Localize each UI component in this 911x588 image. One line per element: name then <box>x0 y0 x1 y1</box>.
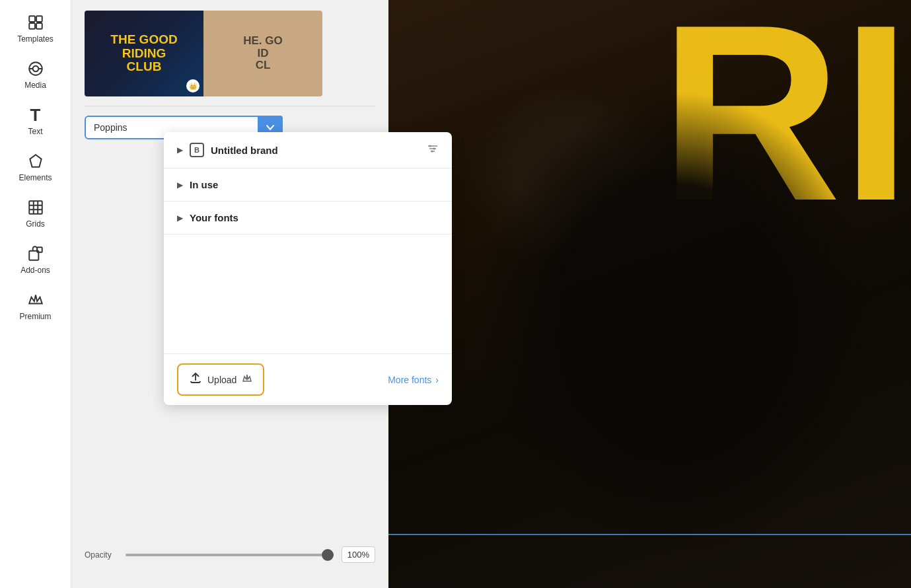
addons-label: Add-ons <box>20 266 50 275</box>
opacity-thumb[interactable] <box>322 549 334 561</box>
thumbnail-1-image: THE GOODRIDINGCLUB 👑 <box>85 11 203 96</box>
brand-section-title: Untitled brand <box>211 145 278 156</box>
dropdown-section-inuse: ▶ In use <box>164 168 452 202</box>
opacity-label: Opacity <box>85 550 118 560</box>
upload-label: Upload <box>207 375 237 385</box>
svg-point-5 <box>32 66 38 72</box>
thumbnail-2-image: HE. GOIDCL <box>203 11 322 96</box>
dropdown-footer: Upload More fonts › <box>164 353 452 405</box>
opacity-row: Opacity 100% <box>71 541 388 568</box>
thumbnails-row: THE GOODRIDINGCLUB 👑 HE. GOIDCL <box>71 0 388 102</box>
thumbnail-1-badge: 👑 <box>186 79 200 92</box>
sidebar-item-elements[interactable]: Elements <box>0 144 71 190</box>
premium-label: Premium <box>19 312 51 321</box>
svg-point-18 <box>429 145 431 147</box>
sidebar-item-text[interactable]: T Text <box>0 98 71 144</box>
more-fonts-button[interactable]: More fonts › <box>388 375 439 385</box>
opacity-value: 100% <box>342 546 375 563</box>
section-left-brand: ▶ B Untitled brand <box>177 143 278 157</box>
upload-button[interactable]: Upload <box>177 363 264 396</box>
yourfonts-section-title: Your fonts <box>190 212 238 223</box>
font-dropdown: ▶ B Untitled brand <box>164 132 452 405</box>
inuse-section-title: In use <box>190 179 218 190</box>
media-label: Media <box>24 81 46 90</box>
chevron-yourfonts-icon: ▶ <box>177 213 183 223</box>
svg-rect-3 <box>36 23 42 29</box>
upload-premium-icon <box>242 373 252 386</box>
opacity-slider[interactable] <box>126 554 334 556</box>
elements-icon <box>26 152 45 170</box>
elements-label: Elements <box>18 173 52 182</box>
more-fonts-label: More fonts <box>388 375 431 385</box>
more-fonts-chevron-icon: › <box>435 375 439 385</box>
brand-b-icon: B <box>190 143 204 157</box>
canvas-background: RI <box>388 0 911 588</box>
divider-1 <box>85 106 375 106</box>
canvas-area[interactable]: RI <box>388 0 911 588</box>
section-header-inuse[interactable]: ▶ In use <box>164 168 452 201</box>
filter-icon[interactable] <box>427 143 439 157</box>
thumbnail-2-title: HE. GOIDCL <box>243 35 283 72</box>
section-header-yourfonts[interactable]: ▶ Your fonts <box>164 202 452 234</box>
sidebar: Templates Media T Text Elements <box>0 0 71 588</box>
text-label: Text <box>28 127 42 136</box>
svg-rect-1 <box>36 16 42 22</box>
svg-rect-14 <box>37 247 42 252</box>
sidebar-item-premium[interactable]: Premium <box>0 283 71 329</box>
svg-rect-2 <box>29 23 35 29</box>
grids-icon <box>26 198 45 217</box>
section-left-inuse: ▶ In use <box>177 179 218 190</box>
premium-icon <box>26 291 45 309</box>
svg-point-20 <box>431 151 433 153</box>
thumbnail-1[interactable]: THE GOODRIDINGCLUB 👑 <box>85 11 203 96</box>
sidebar-item-media[interactable]: Media <box>0 52 71 98</box>
templates-icon <box>26 13 45 32</box>
chevron-brand-icon: ▶ <box>177 145 183 155</box>
chevron-inuse-icon: ▶ <box>177 180 183 190</box>
canvas-letters: RI <box>660 0 911 226</box>
addons-icon <box>26 244 45 263</box>
sidebar-item-grids[interactable]: Grids <box>0 190 71 237</box>
svg-rect-0 <box>29 16 35 22</box>
upload-icon <box>189 371 202 388</box>
svg-rect-8 <box>29 201 42 214</box>
canvas-selection-line <box>388 534 911 535</box>
section-left-yourfonts: ▶ Your fonts <box>177 212 238 223</box>
left-panel: THE GOODRIDINGCLUB 👑 HE. GOIDCL Poppins <box>71 0 388 588</box>
main-content: THE GOODRIDINGCLUB 👑 HE. GOIDCL Poppins <box>71 0 911 588</box>
media-icon <box>26 59 45 78</box>
thumbnail-1-title: THE GOODRIDINGCLUB <box>105 33 182 75</box>
text-icon: T <box>26 106 45 124</box>
section-header-brand[interactable]: ▶ B Untitled brand <box>164 132 452 168</box>
sidebar-item-addons[interactable]: Add-ons <box>0 237 71 283</box>
sidebar-item-templates[interactable]: Templates <box>0 5 71 52</box>
grids-label: Grids <box>26 219 45 229</box>
templates-label: Templates <box>17 34 54 44</box>
dropdown-section-yourfonts: ▶ Your fonts <box>164 202 452 235</box>
svg-point-19 <box>433 148 435 150</box>
dropdown-empty-space <box>164 235 452 353</box>
thumbnail-2[interactable]: HE. GOIDCL <box>203 11 322 96</box>
dropdown-section-brand: ▶ B Untitled brand <box>164 132 452 168</box>
